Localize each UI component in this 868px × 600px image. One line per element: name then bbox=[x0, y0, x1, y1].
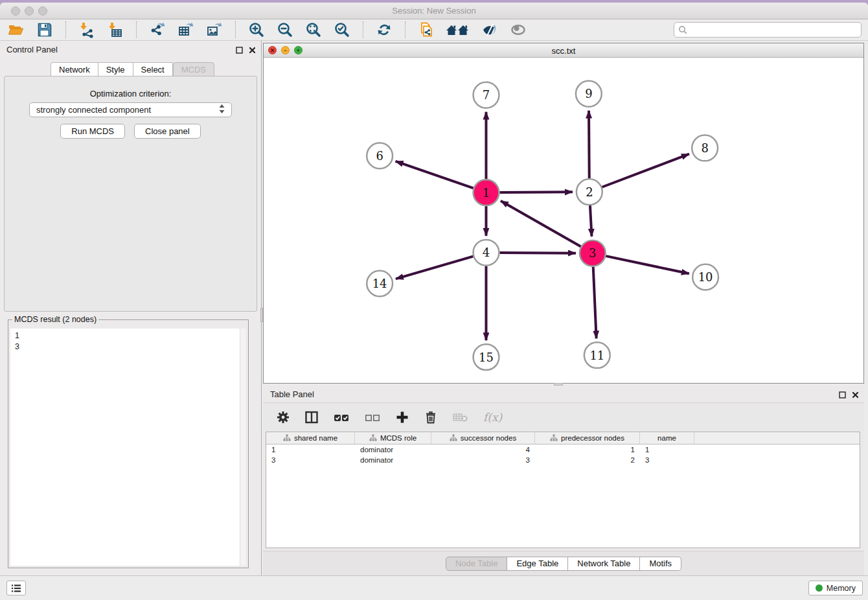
column-header-shared-name[interactable]: shared name bbox=[266, 432, 355, 444]
export-image-icon[interactable] bbox=[205, 21, 224, 39]
memory-button[interactable]: Memory bbox=[808, 581, 863, 595]
svg-text:6: 6 bbox=[376, 149, 383, 163]
graph-node-8[interactable]: 8 bbox=[692, 135, 718, 161]
import-network-icon[interactable] bbox=[77, 21, 97, 39]
table-header-row: shared nameMCDS rolesuccessor nodesprede… bbox=[266, 432, 860, 444]
table-cell[interactable]: 3 bbox=[266, 456, 355, 464]
graph-node-6[interactable]: 6 bbox=[367, 143, 393, 168]
hide-graphics-icon[interactable] bbox=[480, 21, 499, 39]
graph-node-14[interactable]: 14 bbox=[367, 271, 393, 297]
graph-node-7[interactable]: 7 bbox=[474, 82, 499, 108]
column-header-successor-nodes[interactable]: successor nodes bbox=[431, 432, 535, 444]
search-icon bbox=[678, 25, 687, 37]
export-network-icon[interactable] bbox=[148, 21, 167, 39]
gear-icon[interactable] bbox=[276, 410, 290, 424]
delete-table-icon[interactable] bbox=[452, 410, 469, 424]
network-window-titlebar[interactable]: ✕ − + scc.txt bbox=[264, 43, 863, 58]
graph-edge-1-2[interactable] bbox=[499, 192, 573, 192]
table-cell[interactable]: 2 bbox=[535, 456, 640, 464]
svg-text:10: 10 bbox=[698, 270, 713, 284]
column-header-predecessor-nodes[interactable]: predecessor nodes bbox=[535, 432, 640, 444]
graph-node-9[interactable]: 9 bbox=[576, 81, 602, 107]
tab-edge-table[interactable]: Edge Table bbox=[507, 557, 568, 571]
optimization-criterion-select[interactable]: strongly connected component bbox=[29, 102, 232, 117]
float-panel-icon[interactable] bbox=[839, 389, 846, 401]
toolbar-separator bbox=[235, 21, 236, 38]
table-row[interactable]: 1dominator411 bbox=[266, 444, 860, 455]
graph-edge-3-1[interactable] bbox=[501, 201, 581, 246]
run-mcds-button[interactable]: Run MCDS bbox=[60, 124, 125, 139]
close-panel-button[interactable]: Close panel bbox=[134, 124, 201, 139]
graph-node-2[interactable]: 2 bbox=[577, 179, 602, 205]
copy-network-icon[interactable] bbox=[417, 21, 436, 39]
task-history-button[interactable] bbox=[6, 581, 26, 595]
import-table-icon[interactable] bbox=[106, 21, 125, 39]
float-panel-icon[interactable] bbox=[236, 45, 243, 56]
graph-edge-2-8[interactable] bbox=[602, 154, 689, 187]
graph-edge-4-3[interactable] bbox=[499, 253, 576, 253]
zoom-selected-icon[interactable] bbox=[332, 21, 352, 39]
zoom-fit-icon[interactable] bbox=[304, 21, 323, 39]
tab-select[interactable]: Select bbox=[133, 62, 173, 76]
table-cell[interactable]: 4 bbox=[431, 446, 535, 454]
column-header-label: successor nodes bbox=[461, 434, 516, 442]
tab-mcds[interactable]: MCDS bbox=[173, 62, 214, 76]
open-folder-icon[interactable] bbox=[6, 21, 26, 39]
graph-node-15[interactable]: 15 bbox=[474, 344, 499, 370]
refresh-layout-icon[interactable] bbox=[374, 21, 394, 39]
save-icon[interactable] bbox=[35, 21, 54, 39]
graph-node-11[interactable]: 11 bbox=[584, 342, 610, 368]
zoom-in-icon[interactable] bbox=[247, 21, 266, 39]
graph-node-1[interactable]: 1 bbox=[474, 179, 499, 205]
table-cell[interactable]: dominator bbox=[355, 446, 431, 454]
birdseye-icon[interactable] bbox=[508, 21, 528, 39]
mcds-result-text[interactable]: 1 3 bbox=[10, 329, 240, 566]
graph-edge-2-3[interactable] bbox=[590, 205, 592, 237]
select-all-icon[interactable] bbox=[333, 410, 350, 424]
search-input[interactable] bbox=[674, 22, 862, 38]
close-panel-icon[interactable] bbox=[249, 45, 256, 56]
graph-node-10[interactable]: 10 bbox=[692, 264, 718, 290]
add-column-icon[interactable] bbox=[395, 410, 409, 424]
table-cell[interactable]: 3 bbox=[640, 456, 694, 464]
home-networks-icon[interactable] bbox=[445, 21, 471, 39]
toolbar-separator bbox=[65, 21, 66, 38]
table-cell[interactable]: 3 bbox=[431, 456, 535, 464]
network-graph[interactable]: 7968124314101511 bbox=[264, 58, 863, 383]
tab-node-table[interactable]: Node Table bbox=[446, 557, 508, 571]
function-builder-icon[interactable]: f(x) bbox=[483, 411, 502, 424]
tab-network[interactable]: Network bbox=[51, 62, 98, 76]
table-cell[interactable]: 1 bbox=[640, 446, 694, 454]
mcds-result-title: MCDS result (2 nodes) bbox=[12, 315, 98, 324]
table-row[interactable]: 3dominator323 bbox=[266, 455, 860, 465]
table-cell[interactable]: 1 bbox=[535, 446, 640, 454]
svg-text:7: 7 bbox=[483, 88, 490, 102]
graph-edge-3-10[interactable] bbox=[606, 256, 689, 273]
application-window: Session: New Session bbox=[0, 3, 868, 600]
close-panel-icon[interactable] bbox=[852, 389, 859, 401]
graph-node-3[interactable]: 3 bbox=[580, 240, 606, 266]
tab-motifs[interactable]: Motifs bbox=[640, 557, 681, 571]
delete-column-icon[interactable] bbox=[424, 410, 438, 424]
graph-edge-2-9[interactable] bbox=[589, 111, 589, 179]
export-table-icon[interactable] bbox=[176, 21, 196, 39]
table-cell[interactable]: 1 bbox=[266, 446, 355, 454]
zoom-out-icon[interactable] bbox=[275, 21, 295, 39]
svg-text:9: 9 bbox=[585, 87, 592, 100]
tab-style[interactable]: Style bbox=[98, 62, 133, 76]
result-scrollbar[interactable] bbox=[240, 329, 246, 566]
split-view-icon[interactable] bbox=[304, 410, 319, 424]
graph-edge-1-6[interactable] bbox=[396, 161, 474, 188]
column-header-MCDS-role[interactable]: MCDS role bbox=[355, 432, 431, 444]
graph-edge-4-14[interactable] bbox=[396, 257, 473, 279]
column-header-name[interactable]: name bbox=[640, 432, 694, 444]
deselect-all-icon[interactable] bbox=[364, 410, 381, 424]
network-canvas[interactable]: 7968124314101511 bbox=[264, 58, 863, 383]
svg-text:2: 2 bbox=[586, 185, 593, 199]
optimization-criterion-value: strongly connected component bbox=[36, 105, 151, 115]
table-cell[interactable]: dominator bbox=[355, 456, 431, 464]
graph-node-4[interactable]: 4 bbox=[474, 240, 499, 266]
column-header-label: shared name bbox=[294, 434, 337, 442]
graph-edge-3-11[interactable] bbox=[593, 267, 597, 339]
tab-network-table[interactable]: Network Table bbox=[568, 557, 640, 571]
